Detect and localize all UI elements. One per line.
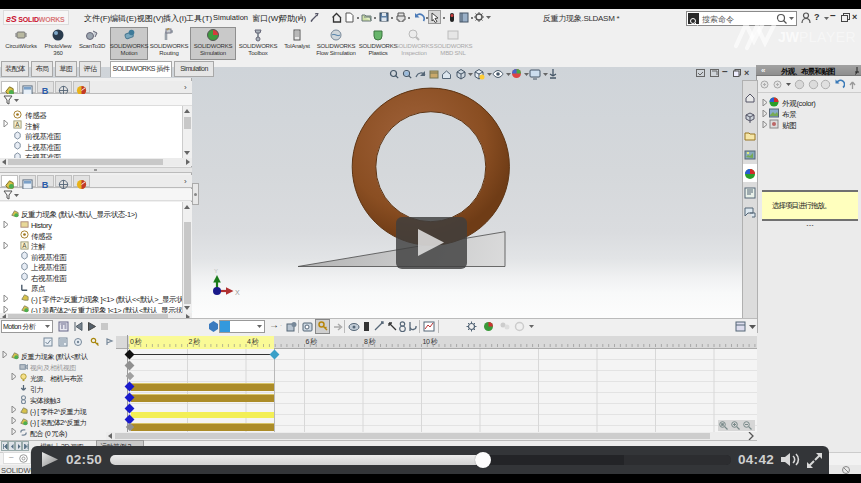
svg-text:X: X — [235, 289, 240, 296]
svg-text:Y: Y — [214, 268, 218, 274]
svg-text:JW: JW — [778, 29, 800, 45]
svg-text:PLAYER: PLAYER — [799, 29, 856, 45]
